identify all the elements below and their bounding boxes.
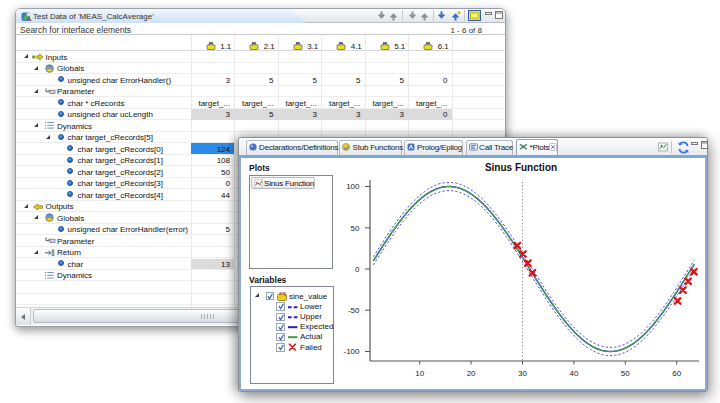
svg-text:100: 100 xyxy=(346,182,360,191)
svg-text:20: 20 xyxy=(467,369,476,378)
svg-text:0: 0 xyxy=(355,265,360,274)
svg-text:50: 50 xyxy=(351,224,360,233)
svg-text:60: 60 xyxy=(672,369,681,378)
svg-text:50: 50 xyxy=(621,369,630,378)
svg-text:30: 30 xyxy=(518,369,527,378)
svg-text:-50: -50 xyxy=(348,306,360,315)
svg-text:10: 10 xyxy=(415,369,424,378)
svg-text:40: 40 xyxy=(569,369,578,378)
svg-text:-100: -100 xyxy=(343,347,360,356)
